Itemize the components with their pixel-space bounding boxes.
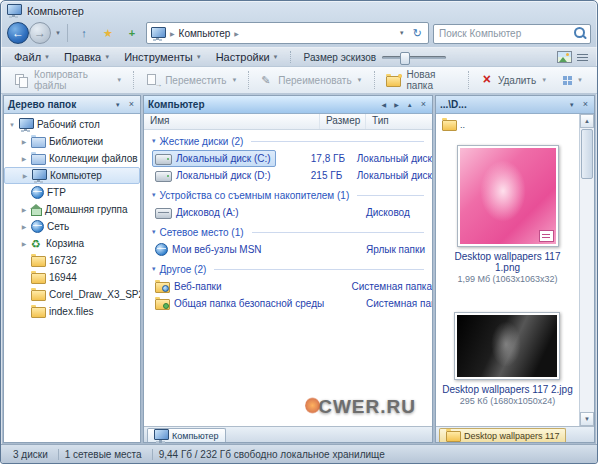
tree-item-network[interactable]: ▶Сеть xyxy=(4,218,140,235)
group-header-network-place[interactable]: Сетевое место (1) xyxy=(144,223,432,241)
file-name-wrap[interactable]: Общая папка безопасной среды xyxy=(152,295,329,312)
panel-up-icon[interactable]: ▲ xyxy=(405,102,415,108)
preview-item-wallpaper-1[interactable]: Desktop wallpapers 117 1.png1,99 Мб (106… xyxy=(442,145,574,284)
delete-button[interactable]: Удалить▼ xyxy=(473,72,555,88)
close-icon[interactable]: × xyxy=(127,100,136,109)
list-view-icon[interactable] xyxy=(573,50,591,64)
expander-icon[interactable]: ▶ xyxy=(20,155,28,162)
forward-button[interactable]: → xyxy=(29,22,51,44)
panel-forward-icon[interactable]: ▶ xyxy=(392,101,401,108)
computer-icon xyxy=(154,429,169,440)
preview-chevron-down-icon[interactable]: ▼ xyxy=(567,102,577,108)
preview-item-wallpaper-2[interactable]: Desktop wallpapers 117 2.jpg295 Кб (1680… xyxy=(442,312,572,406)
file-row-floppy-a[interactable]: Дисковод (A:)Дисковод xyxy=(144,204,432,221)
file-row-drive-d[interactable]: Локальный диск (D:)215 ГБЛокальный диск xyxy=(144,167,432,184)
tree-item-file-collections[interactable]: ▶Коллекции файлов xyxy=(4,150,140,167)
back-button[interactable]: ← xyxy=(7,22,29,44)
file-name: Общая папка безопасной среды xyxy=(174,298,324,309)
vertical-scrollbar[interactable]: ▲ ▼ xyxy=(579,114,594,426)
navbar-divider xyxy=(67,24,68,42)
expander-icon[interactable]: ▼ xyxy=(8,122,16,128)
file-name-wrap[interactable]: Дисковод (A:) xyxy=(152,204,244,221)
tree-item-folder-corel-draw-x3-sp2[interactable]: Corel_Draw_X3_SP2 xyxy=(4,286,140,303)
tab-desktop-wallpapers[interactable]: Desktop wallpapers 117 xyxy=(439,428,566,442)
group-chevron-icon[interactable] xyxy=(152,191,156,199)
file-row-msn-web-nodes[interactable]: Мои веб-узлы MSNЯрлык папки xyxy=(144,241,432,258)
titlebar: Компьютер xyxy=(1,1,597,19)
group-header-hard-drives[interactable]: Жесткие диски (2) xyxy=(144,132,432,150)
file-name-cell: Веб-папки xyxy=(144,278,305,295)
add-favorite-button[interactable]: + xyxy=(122,23,142,43)
tree-item-label: Сеть xyxy=(47,221,69,232)
dropdown-caret-icon[interactable]: ▼ xyxy=(116,77,122,83)
menu-edit[interactable]: Правка▼ xyxy=(57,48,117,66)
tab-computer[interactable]: Компьютер xyxy=(147,428,226,442)
address-bar[interactable]: ▶ Компьютер ▶ ▼ ↻ xyxy=(146,22,429,44)
thumbnails-view-icon[interactable] xyxy=(555,50,573,64)
history-dropdown-icon[interactable]: ▼ xyxy=(55,30,61,36)
column-name[interactable]: Имя xyxy=(144,114,320,129)
chevron-down-icon[interactable]: ▼ xyxy=(113,102,123,108)
parent-folder-entry[interactable]: .. xyxy=(442,118,465,131)
file-name-wrap[interactable]: Мои веб-узлы MSN xyxy=(152,241,267,258)
collections-icon xyxy=(31,154,46,165)
expander-icon[interactable]: ▶ xyxy=(20,240,28,247)
tree-item-libraries[interactable]: ▶Библиотеки xyxy=(4,133,140,150)
tree-item-desktop[interactable]: ▼Рабочий стол xyxy=(4,116,140,133)
search-input[interactable] xyxy=(433,24,591,44)
scroll-down-icon[interactable]: ▼ xyxy=(580,412,594,426)
menu-file[interactable]: Файл▼ xyxy=(7,48,57,66)
file-name-wrap[interactable]: Веб-папки xyxy=(152,278,227,295)
tree-item-computer[interactable]: ▶Компьютер xyxy=(4,167,140,184)
file-name-wrap[interactable]: Локальный диск (D:) xyxy=(152,167,276,184)
menu-tools[interactable]: Инструменты▼ xyxy=(117,48,209,66)
file-name-wrap[interactable]: Локальный диск (C:) xyxy=(152,150,276,167)
scroll-up-icon[interactable]: ▲ xyxy=(580,114,594,128)
tree-item-homegroup[interactable]: ▶Домашняя группа xyxy=(4,201,140,218)
group-chevron-icon[interactable] xyxy=(152,265,156,273)
column-size[interactable]: Размер xyxy=(320,114,366,129)
preview-close-icon[interactable]: × xyxy=(581,100,590,109)
tree-item-folder-16944[interactable]: 16944 xyxy=(4,269,140,286)
copy-files-button[interactable]: Копировать файлы▼ xyxy=(7,67,130,93)
thumb-size-slider[interactable] xyxy=(382,56,446,59)
dropdown-caret-icon[interactable]: ▼ xyxy=(577,77,583,83)
rename-button[interactable]: Переименовать▼ xyxy=(253,72,370,88)
expander-icon[interactable]: ▶ xyxy=(20,138,28,145)
tree-item-label: FTP xyxy=(47,187,66,198)
file-row-drive-c[interactable]: Локальный диск (C:)17,8 ГБЛокальный диск xyxy=(144,150,432,167)
expander-icon[interactable]: ▶ xyxy=(21,172,29,179)
new-folder-button[interactable]: Новая папка xyxy=(378,67,465,93)
dropdown-caret-icon[interactable]: ▼ xyxy=(231,77,237,83)
group-header-other[interactable]: Другое (2) xyxy=(144,260,432,278)
views-dropdown-button[interactable]: ▼ xyxy=(555,74,591,87)
tree-item-folder-16732[interactable]: 16732 xyxy=(4,252,140,269)
favorites-button[interactable]: ★ xyxy=(98,23,118,43)
group-chevron-icon[interactable] xyxy=(152,228,156,236)
tree-item-recycle-bin[interactable]: ▶Корзина xyxy=(4,235,140,252)
address-dropdown-icon[interactable]: ▼ xyxy=(397,30,407,36)
search-icon[interactable] xyxy=(574,27,585,38)
slider-thumb[interactable] xyxy=(400,52,410,65)
dropdown-caret-icon[interactable]: ▼ xyxy=(541,77,547,83)
file-row-safe-env-shared-folder[interactable]: Общая папка безопасной средыСистемная па… xyxy=(144,295,432,312)
tree-item-label: Коллекции файлов xyxy=(49,153,138,164)
expander-icon[interactable]: ▶ xyxy=(20,223,28,230)
breadcrumb[interactable]: Компьютер xyxy=(179,28,231,39)
scrollbar-thumb[interactable] xyxy=(581,129,593,179)
preview-panel: ...\D... ▼ × .. Desktop wallpapers 117 1… xyxy=(435,95,595,443)
expander-icon[interactable]: ▶ xyxy=(20,206,28,213)
group-header-removable-devices[interactable]: Устройства со съемным накопителем (1) xyxy=(144,186,432,204)
dropdown-caret-icon[interactable]: ▼ xyxy=(357,77,363,83)
panel-close-icon[interactable]: × xyxy=(419,100,428,109)
tree-item-folder-index-files[interactable]: index.files xyxy=(4,303,140,320)
file-row-web-folders[interactable]: Веб-папкиСистемная папка xyxy=(144,278,432,295)
refresh-icon[interactable]: ↻ xyxy=(411,27,424,40)
menu-settings[interactable]: Настройки▼ xyxy=(209,48,286,66)
up-button[interactable]: ↑ xyxy=(74,23,94,43)
group-chevron-icon[interactable] xyxy=(152,137,156,145)
move-button[interactable]: Переместить▼ xyxy=(138,72,245,89)
column-type[interactable]: Тип xyxy=(366,114,432,129)
panel-back-icon[interactable]: ◀ xyxy=(380,101,389,108)
tree-item-ftp[interactable]: FTP xyxy=(4,184,140,201)
